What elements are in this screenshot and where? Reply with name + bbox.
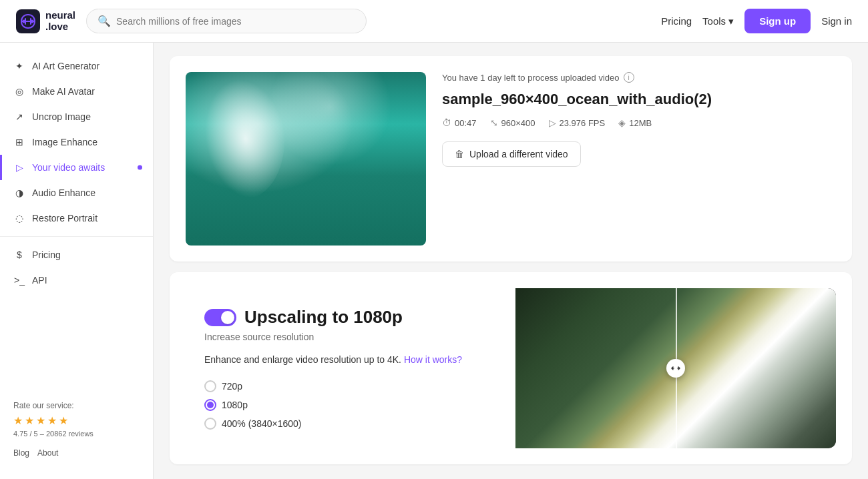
sidebar-bottom: Rate our service: ★ ★ ★ ★ ★ 4.75 / 5 – 2…	[0, 390, 153, 468]
logo-text: neural .love	[45, 10, 75, 32]
sidebar-links: Blog About	[13, 448, 140, 458]
logo-domain: .love	[45, 21, 75, 33]
dollar-icon: $	[13, 249, 25, 261]
header-left: neural .love 🔍	[16, 9, 367, 33]
radio-720p[interactable]: 720p	[204, 380, 497, 392]
sidebar-item-make-avatar[interactable]: ◎ Make AI Avatar	[0, 79, 153, 104]
upscale-desc: Enhance and enlarge video resolution up …	[204, 353, 497, 367]
sidebar-divider	[0, 236, 153, 237]
notice-text: You have 1 day left to process uploaded …	[442, 73, 620, 83]
star-4: ★	[47, 414, 57, 427]
meta-duration: ⏱ 00:47	[442, 117, 477, 128]
sidebar-item-video-awaits[interactable]: ▷ Your video awaits	[0, 155, 153, 180]
radio-4k[interactable]: 400% (3840×1600)	[204, 418, 497, 430]
star-2: ★	[25, 414, 34, 427]
sidebar-item-label: Pricing	[32, 250, 61, 260]
about-link[interactable]: About	[37, 448, 58, 458]
logo-icon	[16, 9, 40, 33]
header-right: Pricing Tools ▾ Sign up Sign in	[661, 9, 852, 33]
pricing-nav-link[interactable]: Pricing	[661, 15, 692, 27]
sidebar-item-label: Restore Portrait	[32, 213, 97, 223]
upscale-preview	[515, 288, 836, 448]
fps-value: 23.976 FPS	[560, 118, 606, 128]
main-content: You have 1 day left to process uploaded …	[154, 43, 868, 479]
upscale-toggle[interactable]	[204, 309, 236, 326]
play-icon: ▷	[13, 161, 25, 173]
play-meta-icon: ▷	[549, 117, 556, 128]
how-it-works-link[interactable]: How it works?	[404, 354, 462, 365]
header: neural .love 🔍 Pricing Tools ▾ Sign up S…	[0, 0, 868, 43]
resolution-radio-group: 720p 1080p 400% (3840×1600)	[204, 380, 497, 430]
radio-circle-4k	[204, 418, 216, 430]
globe-icon: ◎	[13, 85, 25, 97]
sidebar-item-pricing[interactable]: $ Pricing	[0, 242, 153, 268]
radio-circle-720p	[204, 380, 216, 392]
headphone-icon: ◑	[13, 187, 25, 199]
logo[interactable]: neural .love	[16, 9, 75, 33]
sidebar-item-image-enhance[interactable]: ⊞ Image Enhance	[0, 129, 153, 155]
face-icon: ◌	[13, 212, 25, 224]
star-5: ★	[59, 414, 68, 427]
chevron-down-icon: ▾	[728, 15, 734, 27]
expand-icon: ↗	[13, 111, 25, 123]
blog-link[interactable]: Blog	[13, 448, 29, 458]
duration-value: 00:47	[455, 118, 477, 128]
toggle-knob	[221, 311, 234, 324]
meta-resolution: ⤡ 960×400	[490, 117, 535, 128]
upscale-subtitle: Increase source resolution	[204, 332, 497, 342]
video-meta: ⏱ 00:47 ⤡ 960×400 ▷ 23.976 FPS ◈ 12MB	[442, 117, 836, 128]
search-icon: 🔍	[97, 15, 111, 27]
sidebar-item-ai-art[interactable]: ✦ AI Art Generator	[0, 53, 153, 79]
active-dot	[138, 165, 142, 170]
star-3: ★	[36, 414, 45, 427]
upload-different-button[interactable]: 🗑 Upload a different video	[442, 141, 581, 167]
logo-name: neural	[45, 10, 75, 21]
tools-label: Tools	[702, 15, 726, 27]
radio-label-720p: 720p	[222, 381, 242, 392]
upscale-card: Upscaling to 1080p Increase source resol…	[170, 272, 852, 464]
file-icon: ◈	[618, 117, 626, 128]
compare-handle[interactable]	[666, 359, 685, 378]
size-value: 12MB	[629, 118, 652, 128]
radio-label-4k: 400% (3840×1600)	[222, 418, 302, 429]
rate-label: Rate our service:	[13, 401, 140, 410]
video-info-card: You have 1 day left to process uploaded …	[170, 56, 852, 262]
sidebar-item-label: Make AI Avatar	[32, 86, 95, 97]
radio-1080p[interactable]: 1080p	[204, 399, 497, 411]
sidebar-item-label: Image Enhance	[32, 137, 97, 147]
tools-menu[interactable]: Tools ▾	[702, 15, 734, 27]
radio-label-1080p: 1080p	[222, 400, 248, 410]
video-thumbnail	[186, 72, 426, 246]
clock-icon: ⏱	[442, 117, 451, 128]
review-text: 4.75 / 5 – 20862 reviews	[13, 430, 140, 438]
sidebar-item-uncrop[interactable]: ↗ Uncrop Image	[0, 104, 153, 129]
signup-button[interactable]: Sign up	[744, 9, 811, 33]
grid-icon: ⊞	[13, 136, 25, 148]
wand-icon: ✦	[13, 60, 25, 72]
sidebar-item-label: AI Art Generator	[32, 61, 99, 71]
resolution-icon: ⤡	[490, 117, 498, 128]
signin-link[interactable]: Sign in	[821, 15, 852, 27]
upscale-desc-text: Enhance and enlarge video resolution up …	[204, 354, 401, 365]
sidebar-item-api[interactable]: >_ API	[0, 268, 153, 293]
upload-different-label: Upload a different video	[469, 149, 568, 159]
stars: ★ ★ ★ ★ ★	[13, 414, 140, 427]
sidebar-item-label: Your video awaits	[32, 162, 105, 173]
upscale-title: Upscaling to 1080p	[244, 307, 403, 328]
upscale-left: Upscaling to 1080p Increase source resol…	[186, 288, 515, 448]
search-input[interactable]	[116, 16, 355, 27]
upload-notice: You have 1 day left to process uploaded …	[442, 72, 836, 83]
sidebar-item-restore-portrait[interactable]: ◌ Restore Portrait	[0, 205, 153, 231]
info-icon: i	[624, 72, 634, 83]
sidebar: ✦ AI Art Generator ◎ Make AI Avatar ↗ Un…	[0, 43, 154, 479]
sidebar-item-label: Uncrop Image	[32, 111, 91, 122]
sidebar-item-audio-enhance[interactable]: ◑ Audio Enhance	[0, 180, 153, 205]
layout: ✦ AI Art Generator ◎ Make AI Avatar ↗ Un…	[0, 43, 868, 479]
compare-arrows-icon	[671, 364, 680, 373]
search-bar[interactable]: 🔍	[86, 9, 367, 33]
sidebar-item-label: API	[32, 275, 47, 286]
trash-icon: 🗑	[455, 149, 464, 159]
video-info: You have 1 day left to process uploaded …	[442, 72, 836, 167]
star-1: ★	[13, 414, 23, 427]
meta-size: ◈ 12MB	[618, 117, 652, 128]
